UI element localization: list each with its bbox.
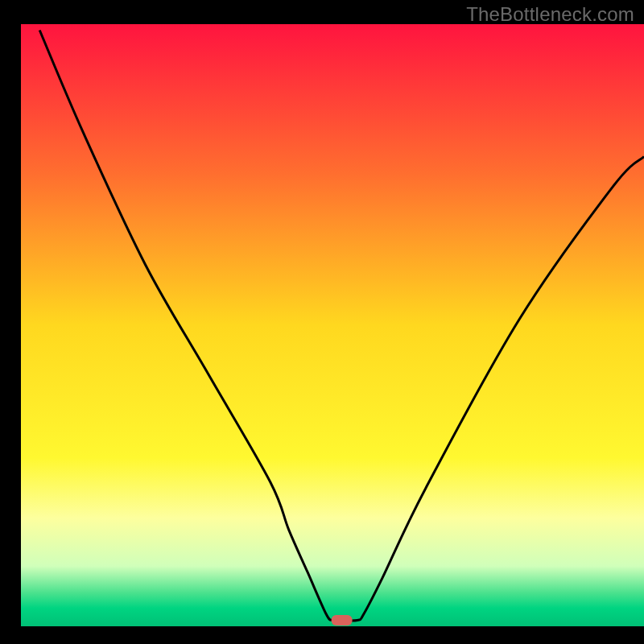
plot-background bbox=[21, 24, 644, 626]
bottleneck-chart bbox=[0, 0, 644, 644]
chart-container: TheBottleneck.com bbox=[0, 0, 644, 644]
optimal-marker bbox=[332, 615, 353, 625]
watermark-label: TheBottleneck.com bbox=[466, 3, 634, 26]
